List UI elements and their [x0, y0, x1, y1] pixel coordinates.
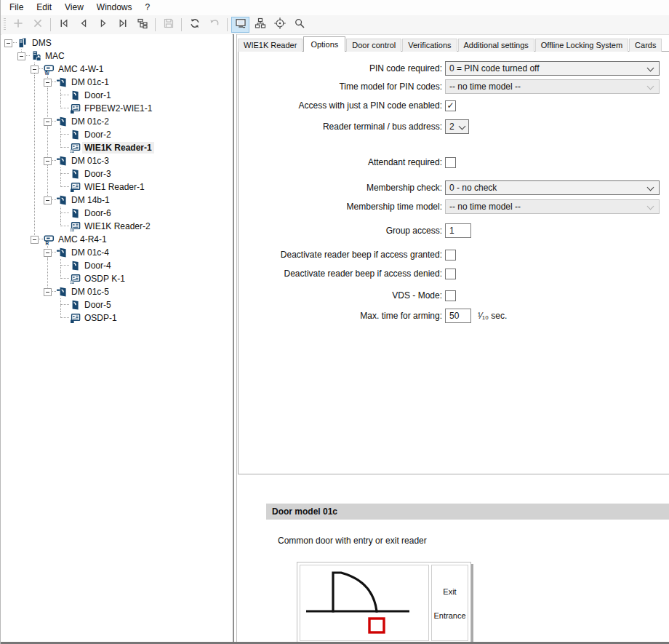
tree-connector: [55, 89, 68, 102]
tree-guide: [28, 220, 41, 233]
pin-code-required-select[interactable]: 0 = PIN code turned off: [445, 61, 660, 76]
tree-guide: [2, 233, 15, 246]
tree-expander[interactable]: [41, 246, 55, 259]
label-time-model-pin: Time model for PIN codes:: [240, 82, 442, 92]
menu-item-view[interactable]: View: [58, 0, 90, 15]
vds-mode-checkbox[interactable]: [445, 290, 456, 301]
tree-expander[interactable]: [41, 285, 55, 298]
tree-node-wie1-reader-1[interactable]: WIE1 Reader-1: [2, 180, 154, 194]
tab-offline-locking-system[interactable]: Offline Locking System: [535, 39, 628, 52]
tree-guide: [41, 298, 55, 311]
tree-guide: [28, 259, 41, 272]
label-beep-granted: Deactivate reader beep if access granted…: [240, 250, 442, 260]
tab-additional-settings[interactable]: Additional settings: [458, 39, 534, 52]
locate-button[interactable]: [271, 17, 289, 33]
tree-node-wie1k-reader-1[interactable]: WIE1K Reader-1: [2, 141, 154, 154]
tree-node-amc-4-r4-1[interactable]: RAMC 4-R4-1: [2, 233, 154, 246]
toolbar-grip[interactable]: [4, 18, 6, 31]
tree-guide: [2, 311, 15, 325]
tree-node-door-1[interactable]: Door-1: [2, 89, 154, 102]
menu-item-file[interactable]: File: [3, 0, 30, 15]
refresh-button[interactable]: [185, 17, 204, 33]
tree-node-dm-01c-3[interactable]: DM 01c-3: [2, 154, 154, 167]
tree-node-door-2[interactable]: Door-2: [2, 128, 154, 141]
tree-guide: [28, 194, 41, 207]
tree-node-label: Door-5: [82, 299, 113, 311]
undo-button: [205, 17, 223, 33]
tab-options[interactable]: Options: [303, 36, 345, 52]
tree-guide: [15, 76, 28, 89]
tree-node-osdp-1[interactable]: OSDP-1: [2, 311, 154, 325]
selected-value: -- no time model --: [449, 202, 521, 212]
panel-splitter[interactable]: [233, 34, 237, 644]
tab-wie1k-reader[interactable]: WIE1K Reader: [238, 39, 303, 52]
dm-icon: [55, 246, 69, 259]
server-icon: [15, 36, 30, 49]
tree-expander[interactable]: [41, 154, 55, 167]
previous-record-button[interactable]: [74, 17, 92, 33]
max-arming-input[interactable]: 50: [445, 309, 471, 323]
tree-node-wie1k-reader-2[interactable]: WIE1K Reader-2: [2, 220, 154, 233]
tree-node-label: OSDP-1: [82, 312, 119, 324]
tree-node-dm-01c-4[interactable]: DM 01c-4: [2, 246, 154, 259]
workstations-view-button[interactable]: [231, 17, 249, 33]
tree-node-dm-01c-1[interactable]: DM 01c-1: [2, 76, 154, 89]
tree-expander[interactable]: [41, 76, 55, 89]
attendant-required-checkbox[interactable]: [445, 157, 456, 168]
tab-cards[interactable]: Cards: [629, 39, 662, 52]
tree-guide: [15, 220, 28, 233]
menu-item-edit[interactable]: Edit: [30, 0, 58, 15]
access-pin-only-checkbox[interactable]: ✓: [445, 100, 456, 111]
tree-guide: [41, 141, 55, 154]
beep-denied-checkbox[interactable]: [445, 269, 456, 279]
group-access-input[interactable]: 1: [445, 223, 471, 238]
max-arming-suffix: ¹⁄₁₀ sec.: [478, 311, 507, 321]
tree-node-dm-14b-1[interactable]: DM 14b-1: [2, 194, 154, 207]
tree-node-door-6[interactable]: Door-6: [2, 207, 154, 220]
menu-item-windows[interactable]: Windows: [90, 0, 139, 15]
last-record-button[interactable]: [113, 17, 132, 33]
reader-bus-address-select[interactable]: 2: [445, 119, 469, 134]
tab-verifications[interactable]: Verifications: [402, 39, 457, 52]
device-tree-view-button[interactable]: [251, 17, 269, 33]
reader-icon: [68, 311, 82, 325]
tab-bar: WIE1K ReaderOptionsDoor controlVerificat…: [238, 36, 662, 52]
tree-expander[interactable]: [15, 49, 28, 63]
tree-node-amc-4-w-1[interactable]: WAMC 4-W-1: [2, 63, 154, 76]
tree-node-door-4[interactable]: Door-4: [2, 259, 154, 272]
membership-check-select[interactable]: 0 - no check: [445, 180, 660, 195]
tree-node-dms[interactable]: DMS: [2, 36, 154, 49]
tree-guide: [41, 180, 55, 194]
tree-node-label: AMC 4-R4-1: [56, 234, 109, 245]
tree-node-dm-01c-5[interactable]: DM 01c-5: [2, 285, 154, 298]
tree-guide: [2, 89, 15, 102]
tree-node-door-5[interactable]: Door-5: [2, 298, 154, 311]
tree-expander[interactable]: [41, 194, 55, 207]
next-record-button[interactable]: [94, 17, 112, 33]
svg-text:R: R: [45, 241, 49, 245]
beep-granted-checkbox[interactable]: [445, 250, 456, 261]
search-button[interactable]: [290, 17, 308, 33]
tree-node-dm-01c-2[interactable]: DM 01c-2: [2, 115, 154, 128]
application-window: FileEditViewWindows? DMSMACWAMC 4-W-1DM …: [0, 0, 669, 644]
tree-expander[interactable]: [2, 36, 15, 49]
tree-node-mac[interactable]: MAC: [2, 49, 154, 63]
tree-node-door-3[interactable]: Door-3: [2, 167, 154, 180]
tree-guide: [2, 102, 15, 115]
menu-item-[interactable]: ?: [139, 0, 157, 15]
door-diagram-drawing: [300, 565, 429, 641]
tab-door-control[interactable]: Door control: [346, 39, 401, 52]
tree-guide: [15, 89, 28, 102]
first-record-button[interactable]: [55, 17, 73, 33]
tree-expander[interactable]: [28, 233, 41, 246]
nav-next-icon: [97, 17, 109, 32]
refresh-icon: [189, 17, 201, 32]
label-vds-mode: VDS - Mode:: [240, 290, 442, 301]
expand-tree-button[interactable]: [133, 17, 151, 33]
tree-node-osdp-k-1[interactable]: OSDP K-1: [2, 272, 154, 285]
tree-node-fpbew2-wie1-1[interactable]: FPBEW2-WIE1-1: [2, 102, 154, 115]
tree-expander[interactable]: [41, 115, 55, 128]
tree-expander[interactable]: [28, 63, 41, 76]
door-icon: [68, 128, 82, 141]
tree-guide: [15, 167, 28, 180]
